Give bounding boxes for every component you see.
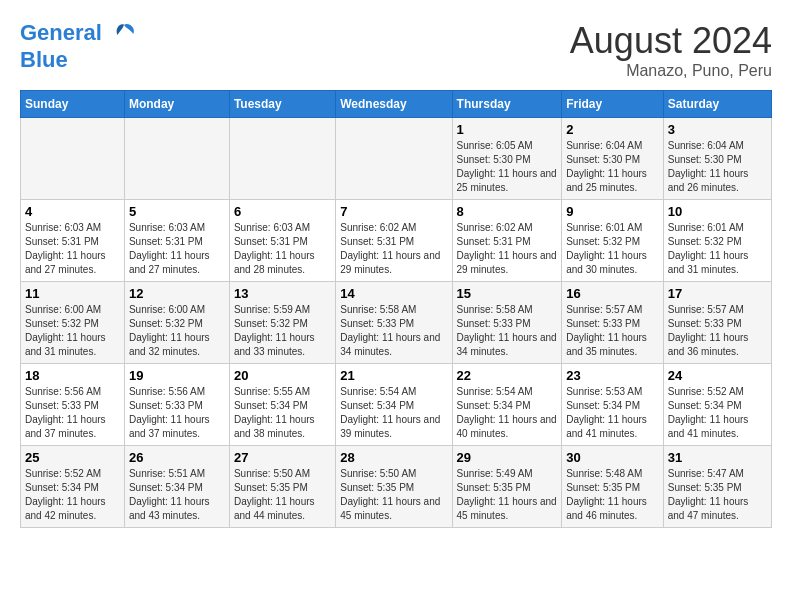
logo-general: General <box>20 20 102 45</box>
calendar-table: Sunday Monday Tuesday Wednesday Thursday… <box>20 90 772 528</box>
day-number: 28 <box>340 450 447 465</box>
day-number: 12 <box>129 286 225 301</box>
table-row: 10Sunrise: 6:01 AMSunset: 5:32 PMDayligh… <box>663 200 771 282</box>
day-number: 20 <box>234 368 331 383</box>
table-row: 5Sunrise: 6:03 AMSunset: 5:31 PMDaylight… <box>124 200 229 282</box>
table-row: 29Sunrise: 5:49 AMSunset: 5:35 PMDayligh… <box>452 446 562 528</box>
table-row: 31Sunrise: 5:47 AMSunset: 5:35 PMDayligh… <box>663 446 771 528</box>
day-info: Sunrise: 6:01 AMSunset: 5:32 PMDaylight:… <box>668 221 767 277</box>
day-info: Sunrise: 5:54 AMSunset: 5:34 PMDaylight:… <box>340 385 447 441</box>
day-info: Sunrise: 5:52 AMSunset: 5:34 PMDaylight:… <box>25 467 120 523</box>
day-number: 26 <box>129 450 225 465</box>
day-number: 21 <box>340 368 447 383</box>
table-row: 14Sunrise: 5:58 AMSunset: 5:33 PMDayligh… <box>336 282 452 364</box>
day-info: Sunrise: 6:03 AMSunset: 5:31 PMDaylight:… <box>25 221 120 277</box>
table-row: 22Sunrise: 5:54 AMSunset: 5:34 PMDayligh… <box>452 364 562 446</box>
header-thursday: Thursday <box>452 91 562 118</box>
day-info: Sunrise: 5:58 AMSunset: 5:33 PMDaylight:… <box>457 303 558 359</box>
day-info: Sunrise: 5:58 AMSunset: 5:33 PMDaylight:… <box>340 303 447 359</box>
table-row <box>21 118 125 200</box>
logo-text: General <box>20 20 138 48</box>
day-number: 9 <box>566 204 659 219</box>
calendar-week-row: 1Sunrise: 6:05 AMSunset: 5:30 PMDaylight… <box>21 118 772 200</box>
table-row: 9Sunrise: 6:01 AMSunset: 5:32 PMDaylight… <box>562 200 664 282</box>
logo: General Blue <box>20 20 138 72</box>
table-row <box>124 118 229 200</box>
day-info: Sunrise: 5:56 AMSunset: 5:33 PMDaylight:… <box>129 385 225 441</box>
table-row <box>229 118 335 200</box>
day-info: Sunrise: 5:57 AMSunset: 5:33 PMDaylight:… <box>566 303 659 359</box>
logo-blue: Blue <box>20 48 138 72</box>
day-number: 1 <box>457 122 558 137</box>
day-info: Sunrise: 5:54 AMSunset: 5:34 PMDaylight:… <box>457 385 558 441</box>
calendar-subtitle: Manazo, Puno, Peru <box>570 62 772 80</box>
day-info: Sunrise: 6:04 AMSunset: 5:30 PMDaylight:… <box>668 139 767 195</box>
table-row: 24Sunrise: 5:52 AMSunset: 5:34 PMDayligh… <box>663 364 771 446</box>
day-info: Sunrise: 6:00 AMSunset: 5:32 PMDaylight:… <box>25 303 120 359</box>
table-row: 6Sunrise: 6:03 AMSunset: 5:31 PMDaylight… <box>229 200 335 282</box>
day-info: Sunrise: 5:47 AMSunset: 5:35 PMDaylight:… <box>668 467 767 523</box>
table-row: 25Sunrise: 5:52 AMSunset: 5:34 PMDayligh… <box>21 446 125 528</box>
day-info: Sunrise: 5:50 AMSunset: 5:35 PMDaylight:… <box>340 467 447 523</box>
day-info: Sunrise: 6:01 AMSunset: 5:32 PMDaylight:… <box>566 221 659 277</box>
table-row: 18Sunrise: 5:56 AMSunset: 5:33 PMDayligh… <box>21 364 125 446</box>
header-wednesday: Wednesday <box>336 91 452 118</box>
table-row: 7Sunrise: 6:02 AMSunset: 5:31 PMDaylight… <box>336 200 452 282</box>
calendar-header-row: Sunday Monday Tuesday Wednesday Thursday… <box>21 91 772 118</box>
day-info: Sunrise: 5:51 AMSunset: 5:34 PMDaylight:… <box>129 467 225 523</box>
day-info: Sunrise: 6:04 AMSunset: 5:30 PMDaylight:… <box>566 139 659 195</box>
day-number: 19 <box>129 368 225 383</box>
day-info: Sunrise: 5:59 AMSunset: 5:32 PMDaylight:… <box>234 303 331 359</box>
day-number: 4 <box>25 204 120 219</box>
header-monday: Monday <box>124 91 229 118</box>
day-number: 3 <box>668 122 767 137</box>
table-row: 21Sunrise: 5:54 AMSunset: 5:34 PMDayligh… <box>336 364 452 446</box>
day-info: Sunrise: 5:56 AMSunset: 5:33 PMDaylight:… <box>25 385 120 441</box>
calendar-week-row: 25Sunrise: 5:52 AMSunset: 5:34 PMDayligh… <box>21 446 772 528</box>
header-friday: Friday <box>562 91 664 118</box>
table-row: 19Sunrise: 5:56 AMSunset: 5:33 PMDayligh… <box>124 364 229 446</box>
day-info: Sunrise: 6:00 AMSunset: 5:32 PMDaylight:… <box>129 303 225 359</box>
calendar-week-row: 11Sunrise: 6:00 AMSunset: 5:32 PMDayligh… <box>21 282 772 364</box>
calendar-week-row: 4Sunrise: 6:03 AMSunset: 5:31 PMDaylight… <box>21 200 772 282</box>
day-number: 2 <box>566 122 659 137</box>
day-number: 7 <box>340 204 447 219</box>
table-row: 20Sunrise: 5:55 AMSunset: 5:34 PMDayligh… <box>229 364 335 446</box>
day-number: 6 <box>234 204 331 219</box>
day-number: 14 <box>340 286 447 301</box>
day-info: Sunrise: 6:03 AMSunset: 5:31 PMDaylight:… <box>129 221 225 277</box>
day-info: Sunrise: 5:57 AMSunset: 5:33 PMDaylight:… <box>668 303 767 359</box>
day-info: Sunrise: 5:52 AMSunset: 5:34 PMDaylight:… <box>668 385 767 441</box>
day-number: 16 <box>566 286 659 301</box>
day-info: Sunrise: 5:49 AMSunset: 5:35 PMDaylight:… <box>457 467 558 523</box>
logo-bird-icon <box>110 20 138 48</box>
day-number: 27 <box>234 450 331 465</box>
table-row: 16Sunrise: 5:57 AMSunset: 5:33 PMDayligh… <box>562 282 664 364</box>
calendar-week-row: 18Sunrise: 5:56 AMSunset: 5:33 PMDayligh… <box>21 364 772 446</box>
day-number: 17 <box>668 286 767 301</box>
table-row: 26Sunrise: 5:51 AMSunset: 5:34 PMDayligh… <box>124 446 229 528</box>
day-info: Sunrise: 5:50 AMSunset: 5:35 PMDaylight:… <box>234 467 331 523</box>
title-block: August 2024 Manazo, Puno, Peru <box>570 20 772 80</box>
day-info: Sunrise: 5:48 AMSunset: 5:35 PMDaylight:… <box>566 467 659 523</box>
day-number: 22 <box>457 368 558 383</box>
day-number: 11 <box>25 286 120 301</box>
table-row: 17Sunrise: 5:57 AMSunset: 5:33 PMDayligh… <box>663 282 771 364</box>
day-number: 30 <box>566 450 659 465</box>
header-tuesday: Tuesday <box>229 91 335 118</box>
day-number: 8 <box>457 204 558 219</box>
table-row: 12Sunrise: 6:00 AMSunset: 5:32 PMDayligh… <box>124 282 229 364</box>
day-info: Sunrise: 6:03 AMSunset: 5:31 PMDaylight:… <box>234 221 331 277</box>
header-saturday: Saturday <box>663 91 771 118</box>
day-number: 18 <box>25 368 120 383</box>
day-number: 15 <box>457 286 558 301</box>
day-info: Sunrise: 6:02 AMSunset: 5:31 PMDaylight:… <box>457 221 558 277</box>
calendar-title: August 2024 <box>570 20 772 62</box>
table-row: 8Sunrise: 6:02 AMSunset: 5:31 PMDaylight… <box>452 200 562 282</box>
table-row: 15Sunrise: 5:58 AMSunset: 5:33 PMDayligh… <box>452 282 562 364</box>
table-row: 13Sunrise: 5:59 AMSunset: 5:32 PMDayligh… <box>229 282 335 364</box>
table-row: 23Sunrise: 5:53 AMSunset: 5:34 PMDayligh… <box>562 364 664 446</box>
table-row: 3Sunrise: 6:04 AMSunset: 5:30 PMDaylight… <box>663 118 771 200</box>
table-row: 30Sunrise: 5:48 AMSunset: 5:35 PMDayligh… <box>562 446 664 528</box>
day-number: 10 <box>668 204 767 219</box>
